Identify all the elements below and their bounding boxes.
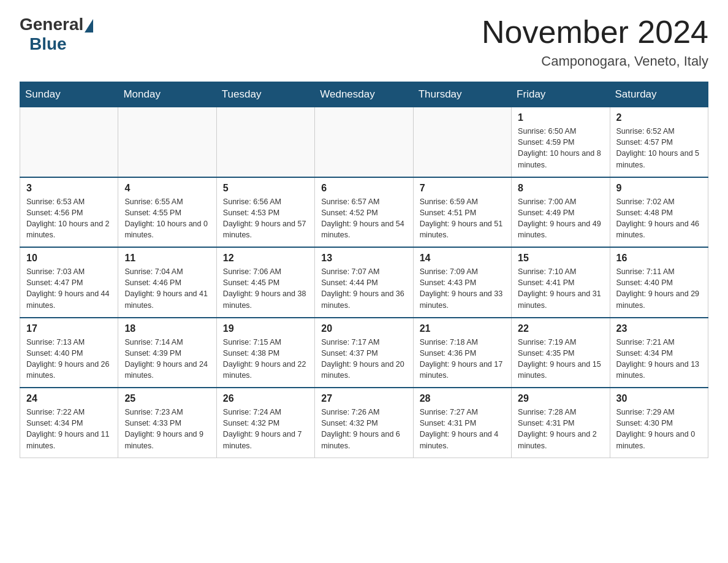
day-number: 1 (518, 112, 603, 123)
month-year-title: November 2024 (482, 15, 708, 50)
sun-info: Sunrise: 7:04 AMSunset: 4:46 PMDaylight:… (124, 266, 210, 311)
calendar-cell: 3Sunrise: 6:53 AMSunset: 4:56 PMDaylight… (20, 177, 118, 248)
day-number: 22 (518, 323, 603, 334)
calendar-week-5: 24Sunrise: 7:22 AMSunset: 4:34 PMDayligh… (20, 388, 708, 458)
day-number: 15 (518, 253, 603, 264)
calendar-cell: 30Sunrise: 7:29 AMSunset: 4:30 PMDayligh… (610, 388, 708, 458)
day-number: 5 (223, 183, 308, 194)
day-number: 3 (26, 183, 112, 194)
calendar-cell: 14Sunrise: 7:09 AMSunset: 4:43 PMDayligh… (413, 247, 511, 318)
day-number: 6 (321, 183, 406, 194)
day-number: 25 (124, 393, 210, 404)
sun-info: Sunrise: 7:07 AMSunset: 4:44 PMDaylight:… (321, 266, 406, 311)
day-number: 27 (321, 393, 406, 404)
sun-info: Sunrise: 7:15 AMSunset: 4:38 PMDaylight:… (223, 337, 308, 381)
day-number: 10 (26, 253, 112, 264)
weekday-header-thursday: Thursday (413, 82, 511, 107)
calendar-cell: 8Sunrise: 7:00 AMSunset: 4:49 PMDaylight… (512, 177, 610, 248)
weekday-header-saturday: Saturday (610, 82, 708, 107)
sun-info: Sunrise: 6:57 AMSunset: 4:52 PMDaylight:… (321, 196, 406, 241)
day-number: 9 (616, 183, 702, 194)
day-number: 8 (518, 183, 603, 194)
calendar-cell: 1Sunrise: 6:50 AMSunset: 4:59 PMDaylight… (512, 107, 610, 177)
sun-info: Sunrise: 7:19 AMSunset: 4:35 PMDaylight:… (518, 337, 603, 381)
sun-info: Sunrise: 7:13 AMSunset: 4:40 PMDaylight:… (26, 337, 112, 381)
calendar-cell: 11Sunrise: 7:04 AMSunset: 4:46 PMDayligh… (118, 247, 216, 318)
calendar-cell: 13Sunrise: 7:07 AMSunset: 4:44 PMDayligh… (315, 247, 413, 318)
calendar-cell: 27Sunrise: 7:26 AMSunset: 4:32 PMDayligh… (315, 388, 413, 458)
calendar-cell: 7Sunrise: 6:59 AMSunset: 4:51 PMDaylight… (413, 177, 511, 248)
day-number: 7 (420, 183, 505, 194)
calendar-cell: 29Sunrise: 7:28 AMSunset: 4:31 PMDayligh… (512, 388, 610, 458)
day-number: 12 (223, 253, 308, 264)
calendar-week-1: 1Sunrise: 6:50 AMSunset: 4:59 PMDaylight… (20, 107, 708, 177)
day-number: 4 (124, 183, 210, 194)
day-number: 18 (124, 323, 210, 334)
calendar-cell: 23Sunrise: 7:21 AMSunset: 4:34 PMDayligh… (610, 318, 708, 388)
location-subtitle: Camponogara, Veneto, Italy (482, 53, 708, 69)
day-number: 2 (616, 112, 702, 123)
calendar-cell: 24Sunrise: 7:22 AMSunset: 4:34 PMDayligh… (20, 388, 118, 458)
logo-general-text: General (20, 15, 83, 34)
day-number: 30 (616, 393, 702, 404)
calendar-cell: 10Sunrise: 7:03 AMSunset: 4:47 PMDayligh… (20, 247, 118, 318)
calendar-cell (315, 107, 413, 177)
sun-info: Sunrise: 7:18 AMSunset: 4:36 PMDaylight:… (420, 337, 505, 381)
calendar-cell: 28Sunrise: 7:27 AMSunset: 4:31 PMDayligh… (413, 388, 511, 458)
day-number: 19 (223, 323, 308, 334)
sun-info: Sunrise: 6:55 AMSunset: 4:55 PMDaylight:… (124, 196, 210, 241)
sun-info: Sunrise: 7:14 AMSunset: 4:39 PMDaylight:… (124, 337, 210, 381)
title-block: November 2024 Camponogara, Veneto, Italy (482, 15, 708, 69)
weekday-header-wednesday: Wednesday (315, 82, 413, 107)
day-number: 11 (124, 253, 210, 264)
calendar-cell: 18Sunrise: 7:14 AMSunset: 4:39 PMDayligh… (118, 318, 216, 388)
calendar-cell: 6Sunrise: 6:57 AMSunset: 4:52 PMDaylight… (315, 177, 413, 248)
day-number: 23 (616, 323, 702, 334)
calendar-cell (20, 107, 118, 177)
sun-info: Sunrise: 6:56 AMSunset: 4:53 PMDaylight:… (223, 196, 308, 241)
weekday-header-monday: Monday (118, 82, 216, 107)
day-number: 14 (420, 253, 505, 264)
calendar-cell: 22Sunrise: 7:19 AMSunset: 4:35 PMDayligh… (512, 318, 610, 388)
sun-info: Sunrise: 7:02 AMSunset: 4:48 PMDaylight:… (616, 196, 702, 241)
calendar-table: SundayMondayTuesdayWednesdayThursdayFrid… (20, 82, 708, 458)
day-number: 17 (26, 323, 112, 334)
sun-info: Sunrise: 7:00 AMSunset: 4:49 PMDaylight:… (518, 196, 603, 241)
day-number: 16 (616, 253, 702, 264)
calendar-cell: 21Sunrise: 7:18 AMSunset: 4:36 PMDayligh… (413, 318, 511, 388)
calendar-cell (216, 107, 314, 177)
sun-info: Sunrise: 7:29 AMSunset: 4:30 PMDaylight:… (616, 407, 702, 451)
calendar-week-4: 17Sunrise: 7:13 AMSunset: 4:40 PMDayligh… (20, 318, 708, 388)
sun-info: Sunrise: 7:17 AMSunset: 4:37 PMDaylight:… (321, 337, 406, 381)
calendar-cell: 17Sunrise: 7:13 AMSunset: 4:40 PMDayligh… (20, 318, 118, 388)
day-number: 24 (26, 393, 112, 404)
sun-info: Sunrise: 7:03 AMSunset: 4:47 PMDaylight:… (26, 266, 112, 311)
day-number: 26 (223, 393, 308, 404)
calendar-cell: 26Sunrise: 7:24 AMSunset: 4:32 PMDayligh… (216, 388, 314, 458)
day-number: 21 (420, 323, 505, 334)
calendar-cell: 4Sunrise: 6:55 AMSunset: 4:55 PMDaylight… (118, 177, 216, 248)
calendar-cell: 15Sunrise: 7:10 AMSunset: 4:41 PMDayligh… (512, 247, 610, 318)
calendar-cell (413, 107, 511, 177)
sun-info: Sunrise: 6:52 AMSunset: 4:57 PMDaylight:… (616, 126, 702, 170)
day-number: 13 (321, 253, 406, 264)
calendar-cell: 2Sunrise: 6:52 AMSunset: 4:57 PMDaylight… (610, 107, 708, 177)
day-number: 28 (420, 393, 505, 404)
logo-blue-text: Blue (29, 34, 67, 54)
logo-triangle-icon (85, 19, 93, 33)
weekday-header-tuesday: Tuesday (216, 82, 314, 107)
page-header: General Blue November 2024 Camponogara, … (20, 15, 708, 69)
sun-info: Sunrise: 7:21 AMSunset: 4:34 PMDaylight:… (616, 337, 702, 381)
calendar-week-2: 3Sunrise: 6:53 AMSunset: 4:56 PMDaylight… (20, 177, 708, 248)
calendar-cell (118, 107, 216, 177)
sun-info: Sunrise: 7:24 AMSunset: 4:32 PMDaylight:… (223, 407, 308, 451)
sun-info: Sunrise: 7:26 AMSunset: 4:32 PMDaylight:… (321, 407, 406, 451)
calendar-cell: 12Sunrise: 7:06 AMSunset: 4:45 PMDayligh… (216, 247, 314, 318)
sun-info: Sunrise: 7:11 AMSunset: 4:40 PMDaylight:… (616, 266, 702, 311)
sun-info: Sunrise: 7:28 AMSunset: 4:31 PMDaylight:… (518, 407, 603, 451)
calendar-cell: 25Sunrise: 7:23 AMSunset: 4:33 PMDayligh… (118, 388, 216, 458)
sun-info: Sunrise: 7:09 AMSunset: 4:43 PMDaylight:… (420, 266, 505, 311)
calendar-cell: 9Sunrise: 7:02 AMSunset: 4:48 PMDaylight… (610, 177, 708, 248)
weekday-header-friday: Friday (512, 82, 610, 107)
day-number: 29 (518, 393, 603, 404)
